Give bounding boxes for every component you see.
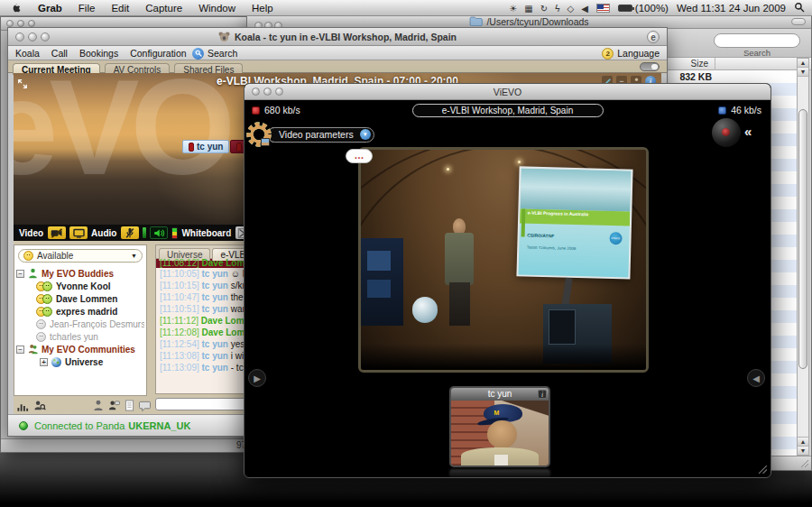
info-icon[interactable]: i — [538, 390, 547, 399]
menu-item[interactable]: Help — [252, 3, 273, 14]
available-smiley-icon — [23, 251, 33, 261]
stats-icon[interactable] — [17, 401, 29, 412]
self-view-video[interactable]: tc yun i M — [449, 386, 550, 467]
language-menu-item[interactable]: Language — [602, 48, 660, 60]
chat-overflow-bubble[interactable]: … — [346, 149, 373, 163]
scrollbar[interactable]: ▲ ▼ ▲ ▼ — [797, 58, 809, 456]
buddy-row[interactable]: tcharles yun — [16, 330, 144, 343]
self-view-reflection — [449, 469, 550, 478]
search-label: Search — [714, 48, 800, 58]
koala-tab-strip: Current MeetingAV ControlsShared Files — [8, 60, 667, 73]
collapse-icon[interactable] — [16, 270, 24, 278]
speaker-icon[interactable] — [150, 226, 168, 239]
menu-item[interactable]: Koala — [15, 48, 40, 59]
buddy-presence-icon — [36, 307, 52, 317]
find-user-icon[interactable] — [33, 399, 46, 415]
menubar-status-icon[interactable]: ◀ — [581, 4, 588, 14]
search-input[interactable] — [714, 33, 800, 48]
webcam-icon[interactable] — [712, 118, 741, 147]
close-button[interactable] — [6, 20, 14, 27]
pan-arrows-icon[interactable] — [17, 77, 28, 93]
vievo-window-title: ViEVO — [245, 87, 770, 97]
display-share-icon[interactable] — [69, 226, 88, 239]
menu-item[interactable]: Call — [51, 48, 68, 59]
buddy-list-panel[interactable]: Available ▼ My EVO Buddies Yv — [14, 244, 147, 396]
spotlight-icon[interactable] — [794, 2, 805, 14]
meeting-name-pill: e-VLBI Workshop, Madrid, Spain — [412, 104, 604, 117]
resize-grip-icon[interactable] — [800, 459, 809, 468]
buddy-name: Jean-François Desmurs — [50, 319, 144, 329]
csiro-logo: CSIRO — [609, 232, 622, 244]
outgoing-camera-icon — [252, 106, 260, 115]
communities-group-row[interactable]: My EVO Communities — [16, 343, 144, 355]
mic-muted-icon[interactable] — [121, 226, 139, 239]
panel-toggle[interactable] — [640, 62, 660, 71]
buddies-group-row[interactable]: My EVO Buddies — [16, 267, 144, 280]
menu-item[interactable]: Window — [198, 3, 235, 14]
main-video[interactable]: e-VLBI Progress in Australia CSIRO/ATNF … — [358, 147, 649, 373]
vievo-window[interactable]: ViEVO 680 kb/s e-VLBI Workshop, Madrid, … — [244, 83, 771, 478]
presence-dropdown[interactable]: Available ▼ — [18, 249, 143, 263]
collapse-controls[interactable]: « — [744, 124, 752, 139]
scroll-down-icon[interactable]: ▼ — [798, 68, 808, 77]
apple-icon[interactable] — [11, 2, 22, 14]
scrollbar-thumb[interactable] — [798, 109, 807, 369]
scroll-up-icon[interactable]: ▲ — [798, 437, 808, 446]
search-icon — [192, 48, 204, 60]
menu-item[interactable]: Configuration — [130, 48, 186, 59]
menubar-status-icon[interactable]: ☀ — [509, 4, 517, 14]
community-row[interactable]: Universe — [16, 355, 144, 368]
menu-item[interactable]: Grab — [38, 3, 62, 14]
buddy-row[interactable]: Dave Lommen — [16, 292, 144, 305]
menu-item[interactable]: Bookings — [79, 48, 118, 59]
buddy-row[interactable]: expres madrid — [16, 305, 144, 318]
buddy-row[interactable]: Jean-François Desmurs — [16, 318, 144, 330]
table-globe — [412, 297, 438, 322]
chat-sender: tc yun — [202, 351, 228, 361]
battery-indicator[interactable]: (100%) — [618, 3, 669, 14]
size-column-header[interactable]: Size — [691, 59, 708, 69]
toolbar-toggle-button[interactable] — [791, 18, 806, 25]
buddy-presence-icon — [36, 332, 46, 342]
language-label: Language — [617, 48, 660, 59]
menu-item[interactable]: Capture — [145, 3, 182, 14]
column-divider[interactable] — [715, 58, 715, 70]
user-chat-icon[interactable] — [108, 399, 120, 415]
chat-timestamp: [11:10:47] — [160, 292, 199, 302]
document-icon[interactable] — [125, 399, 134, 415]
chat-timestamp: [11:10:05] — [160, 269, 199, 279]
menubar-status-icon[interactable]: ϟ — [555, 4, 559, 14]
expand-icon[interactable] — [40, 358, 48, 366]
control-dropdown[interactable]: Video parameters ▼ — [245, 120, 374, 149]
koala-titlebar[interactable]: Koala - tc yun in e-VLBI Workshop, Madri… — [8, 28, 667, 46]
buddies-header: My EVO Buddies — [42, 269, 114, 279]
chat-bubble-icon[interactable] — [139, 399, 151, 415]
chat-timestamp: [11:10:15] — [160, 281, 199, 290]
chat-timestamp: [11:08:12] — [160, 259, 199, 268]
user-icon[interactable] — [93, 399, 104, 415]
participant-name-tag[interactable]: tc yun — [182, 140, 229, 153]
menu-item[interactable]: File — [78, 3, 96, 14]
video-label: Video — [19, 228, 43, 238]
self-view-name: tc yun — [488, 389, 512, 399]
resize-grip-icon[interactable] — [758, 465, 768, 475]
community-list: Universe — [16, 355, 144, 368]
menubar-status-icon[interactable]: ↻ — [540, 4, 548, 14]
previous-video-arrow[interactable]: ▶ — [248, 369, 266, 387]
us-flag-icon[interactable] — [596, 4, 610, 13]
menu-item[interactable]: Edit — [111, 3, 129, 14]
collapse-icon[interactable] — [16, 346, 24, 354]
scroll-up-icon[interactable]: ▲ — [798, 59, 808, 68]
chat-timestamp: [11:10:51] — [160, 304, 199, 314]
minimize-button[interactable] — [17, 20, 24, 27]
panel-mini-toolbar — [17, 400, 151, 414]
next-video-arrow[interactable]: ◀ — [747, 369, 765, 387]
zoom-button[interactable] — [28, 20, 35, 27]
menubar-status-icon[interactable]: ▦ — [524, 4, 532, 14]
search-menu-item[interactable]: Search — [192, 48, 237, 60]
vievo-titlebar[interactable]: ViEVO — [245, 84, 770, 100]
scroll-down-icon[interactable]: ▼ — [798, 446, 808, 455]
video-muted-icon[interactable] — [48, 226, 66, 239]
buddy-row[interactable]: Yvonne Kool — [16, 280, 144, 292]
menubar-status-icon[interactable]: ◇ — [567, 4, 574, 14]
